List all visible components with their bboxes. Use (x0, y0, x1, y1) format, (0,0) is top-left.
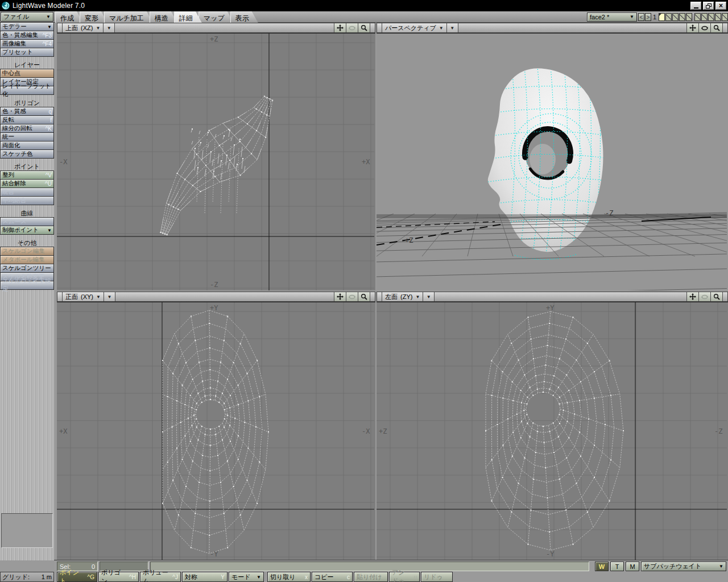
tab-作成[interactable]: 作成 (55, 11, 83, 23)
vmap-mode-M[interactable]: M (626, 562, 639, 571)
top-view-canvas[interactable]: +Z-Z-X+X (57, 34, 374, 290)
perspective-view-canvas[interactable]: -Z+Z (377, 34, 727, 290)
viewport-corner-button[interactable] (377, 23, 382, 32)
tab-構造[interactable]: 構造 (150, 11, 177, 23)
viewport-style-dropdown[interactable]: ▼ (104, 292, 115, 301)
mode-button-ポリゴン[interactable]: ポリゴン^H (98, 572, 139, 582)
zoom-icon[interactable] (358, 23, 370, 32)
layer-bank (659, 13, 728, 21)
viewport-header-end (722, 23, 727, 32)
layer-slot-8[interactable] (708, 13, 714, 21)
sidebar-item-画像編集[interactable]: 画像編集^F4 (0, 39, 54, 48)
layer-slot-6[interactable] (694, 13, 701, 21)
svg-text:+X: +X (59, 427, 68, 435)
pan-icon[interactable] (686, 23, 698, 32)
sidebar-item-レイヤーフラット化[interactable]: レイヤーフラット化 (0, 86, 54, 95)
tab-マップ[interactable]: マップ (198, 11, 234, 23)
viewport-corner-button[interactable] (57, 292, 63, 301)
mode-toolbar: グリッド: 1 m ポイント^Gポリゴン^Hボリューム^J対称Yモード▼切り取り… (0, 572, 728, 582)
sidebar-item-スケッチ色[interactable]: スケッチ色 (0, 149, 54, 159)
chevron-down-icon: ▼ (630, 15, 634, 19)
viewport-corner-button[interactable] (57, 23, 63, 32)
mode-button-対称[interactable]: 対称Y (182, 572, 228, 582)
viewport-title: パースペクティブ (385, 24, 436, 32)
layer-prev-button[interactable]: < (638, 13, 644, 21)
sidebar-preview-box (1, 513, 53, 548)
sidebar-item-スケルゴンツリー[interactable]: スケルゴンツリー (0, 264, 54, 273)
tab-変形[interactable]: 変形 (80, 11, 107, 23)
sidebar-item-中心点[interactable]: 中心点 (0, 69, 54, 78)
mode-button-貼り付け: 貼り付け (354, 572, 388, 582)
sidebar-item-整列[interactable]: 整列^V (0, 171, 54, 180)
sidebar-item-制御ポイント[interactable]: 制御ポイント▼ (0, 226, 54, 235)
layer-slot-5[interactable] (686, 13, 692, 21)
mode-button-ボリューム[interactable]: ボリューム^J (140, 572, 181, 582)
close-button[interactable]: × (715, 1, 727, 10)
sidebar-item-線分の回転[interactable]: 線分の回転^K (0, 124, 54, 133)
sidebar-item-結合解除[interactable]: 結合解除^U (0, 179, 54, 188)
sidebar-item-色・質感[interactable]: 色・質感q (0, 107, 54, 116)
layer-slot-1[interactable] (659, 13, 665, 21)
viewport-corner-button[interactable] (377, 292, 382, 301)
viewport-left: 左面 (ZY) ▼ ▼ +Y-Y+Z-Z (377, 292, 728, 560)
vmap-mode-T[interactable]: T (610, 562, 624, 571)
viewport-style-dropdown[interactable]: ▼ (447, 23, 458, 32)
pan-icon[interactable] (686, 292, 698, 301)
left-view-canvas[interactable]: +Y-Y+Z-Z (377, 302, 727, 560)
svg-text:-X: -X (362, 427, 370, 435)
sidebar-item-プリセット[interactable]: プリセット (0, 48, 54, 57)
grid-value: 1 m (42, 573, 52, 580)
viewport-perspective: パースペクティブ ▼ ▼ -Z+Z (377, 23, 728, 290)
zoom-icon[interactable] (710, 23, 722, 32)
viewport-type-dropdown[interactable]: パースペクティブ ▼ (382, 23, 447, 32)
rotate-icon[interactable] (698, 292, 710, 301)
layer-next-button[interactable]: > (645, 13, 651, 21)
sidebar-item-両面化[interactable]: 両面化 (0, 141, 54, 150)
viewport-type-dropdown[interactable]: 正面 (XY) ▼ (63, 292, 104, 301)
chevron-down-icon: ▼ (415, 294, 420, 300)
svg-text:+Z: +Z (405, 236, 413, 244)
viewport-type-dropdown[interactable]: 上面 (XZ) ▼ (63, 23, 104, 32)
layer-slot-2[interactable] (665, 13, 672, 21)
rotate-icon[interactable] (346, 23, 358, 32)
rotate-icon[interactable] (698, 23, 710, 32)
front-view-canvas[interactable]: +Y-Y+X-X (57, 302, 374, 560)
grid-size-indicator: グリッド: 1 m (0, 572, 54, 582)
layer-slot-4[interactable] (679, 13, 685, 21)
layer-slot-7[interactable] (701, 13, 708, 21)
mode-button-コピー[interactable]: コピーc (312, 572, 353, 582)
layer-slot-9[interactable] (715, 13, 721, 21)
viewport-title: 上面 (65, 24, 78, 32)
vmap-mode-W[interactable]: W (595, 562, 609, 571)
chevron-down-icon: ▼ (46, 15, 51, 19)
object-dropdown[interactable]: face2 * ▼ (587, 13, 637, 22)
grid-label: グリッド: (2, 573, 30, 581)
sidebar-item-統一[interactable]: 統一 (0, 132, 54, 142)
vertex-map-dropdown[interactable]: サブパッチウェイト ▼ (641, 562, 726, 571)
mode-button-切り取り[interactable]: 切り取りx (267, 572, 311, 582)
sidebar-item-色・質感編集[interactable]: 色・質感編集^F3 (0, 31, 54, 40)
minimize-button[interactable] (690, 1, 702, 10)
sidebar-item-平均結合: 平均結合 (0, 196, 54, 205)
viewport-front: 正面 (XY) ▼ ▼ +Y-Y+X-X (57, 292, 375, 560)
mode-button-ポイント[interactable]: ポイント^G (57, 572, 97, 582)
tab-マルチ加工[interactable]: マルチ加工 (104, 11, 153, 23)
zoom-icon[interactable] (710, 292, 722, 301)
layer-slot-10[interactable] (722, 13, 728, 21)
viewport-type-dropdown[interactable]: 左面 (ZY) ▼ (382, 292, 423, 301)
rotate-icon[interactable] (346, 292, 358, 301)
pan-icon[interactable] (334, 292, 346, 301)
mode-button-モード[interactable]: モード▼ (229, 572, 264, 582)
tab-詳細[interactable]: 詳細 (174, 11, 202, 23)
viewport-style-dropdown[interactable]: ▼ (423, 292, 435, 301)
zoom-icon[interactable] (358, 292, 370, 301)
restore-button[interactable] (702, 1, 714, 10)
pan-icon[interactable] (334, 23, 346, 32)
mode-button-アンドゥ: アンドゥu (389, 572, 420, 582)
sidebar-item-反転[interactable]: 反転f (0, 115, 54, 124)
file-menu-dropdown[interactable]: ファイル ▼ (1, 12, 53, 22)
modeler-dropdown[interactable]: モデラー▼ (0, 22, 54, 31)
viewport-style-dropdown[interactable]: ▼ (104, 23, 115, 32)
layer-slot-3[interactable] (672, 13, 679, 21)
tab-表示[interactable]: 表示 (230, 11, 258, 23)
